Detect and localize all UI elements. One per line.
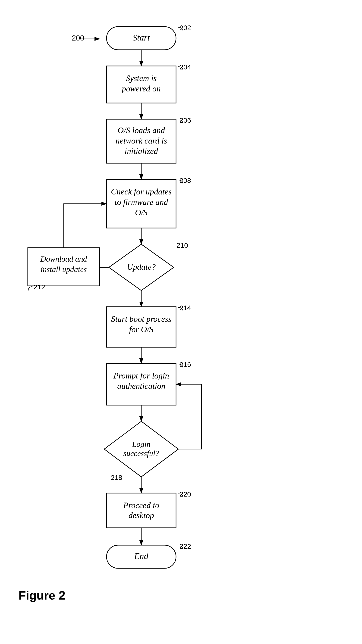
svg-text:System is: System is [126,74,157,83]
svg-text:Check for updates: Check for updates [111,187,172,196]
svg-text:O/S loads and: O/S loads and [118,126,165,135]
svg-text:initialized: initialized [125,146,158,156]
svg-text:network card is: network card is [116,136,167,145]
svg-text:Start: Start [133,33,150,42]
svg-text:powered on: powered on [121,84,161,93]
svg-text:Prompt for login: Prompt for login [113,371,169,380]
svg-text:O/S: O/S [135,208,148,217]
diagram-container: 200 Start 202 System is powered on 204 O… [0,0,362,644]
svg-text:desktop: desktop [129,511,154,520]
svg-text:212: 212 [34,283,45,291]
svg-text:Update?: Update? [127,262,156,272]
svg-text:Proceed to: Proceed to [123,501,159,510]
figure-label: Figure 2 [19,588,65,602]
svg-text:authentication: authentication [117,382,165,391]
svg-rect-48 [107,493,176,528]
svg-text:to firmware and: to firmware and [115,198,168,207]
svg-text:Download and: Download and [40,255,87,263]
svg-text:218: 218 [111,474,122,481]
svg-text:Start boot process: Start boot process [111,314,172,324]
svg-text:install updates: install updates [41,265,87,274]
svg-text:210: 210 [176,242,188,249]
svg-text:End: End [134,551,148,561]
svg-text:for O/S: for O/S [129,325,153,334]
svg-text:Login: Login [132,440,150,448]
svg-text:200: 200 [72,34,84,42]
svg-text:successful?: successful? [123,449,159,458]
